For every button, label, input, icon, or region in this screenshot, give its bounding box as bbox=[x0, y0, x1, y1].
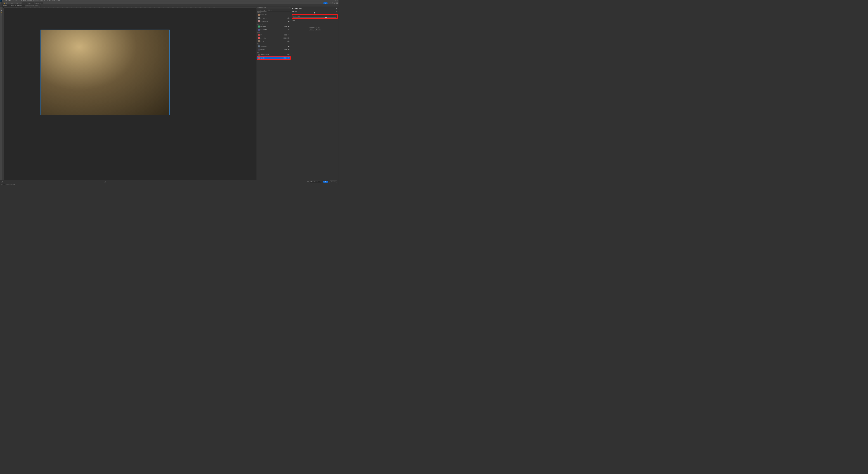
ruler-tick: 200 bbox=[25, 7, 27, 8]
ruler-tick: 250 bbox=[30, 7, 31, 8]
tab-close-icon[interactable]: × bbox=[23, 5, 23, 6]
menu-edit[interactable]: 編集(E) bbox=[8, 0, 11, 1]
slider-thumb[interactable] bbox=[314, 12, 315, 13]
canvas-image bbox=[41, 30, 169, 115]
zoom-field[interactable]: 100% bbox=[22, 2, 27, 4]
cloud-download-icon[interactable] bbox=[288, 46, 289, 47]
window-maximize-icon[interactable]: ▢ bbox=[335, 0, 336, 1]
reset-icon[interactable]: ↩ bbox=[336, 8, 337, 9]
cloud-download-icon[interactable] bbox=[288, 26, 289, 27]
document-tab-2[interactable]: 名称未設定 1 @ 33.3% (RGB/8#)× bbox=[24, 4, 40, 6]
filter-item[interactable]: スーパーズーム bbox=[257, 45, 290, 48]
filter-item[interactable]: 調和ベータ bbox=[257, 33, 290, 36]
filter-item[interactable]: 風景ミキサーベータ bbox=[257, 25, 290, 28]
filter-item[interactable]: 写真を復元ベータ bbox=[257, 57, 290, 59]
workspace-icon[interactable] bbox=[336, 2, 338, 4]
menu-help[interactable]: ヘルプ(H) bbox=[56, 0, 60, 1]
filter-toggle[interactable] bbox=[287, 37, 289, 39]
menu-layer[interactable]: レイヤー(L) bbox=[18, 0, 22, 1]
filter-label: メイクアップを適用 bbox=[260, 21, 288, 22]
options-bar: < ✋ すべてのウィンドウをスクロール 100% 画面サイズ 画面にフィット 共… bbox=[0, 2, 338, 4]
plus-tool-icon[interactable]: ⊕ bbox=[0, 7, 2, 9]
status-chevron-icon[interactable]: › bbox=[16, 183, 16, 184]
filter-item[interactable]: 肌をスムーズに bbox=[257, 13, 290, 16]
status-zoom[interactable]: 100% bbox=[1, 183, 5, 185]
cloud-download-icon[interactable] bbox=[288, 49, 289, 50]
cloud-download-icon[interactable] bbox=[288, 14, 289, 15]
window-close-icon[interactable]: ✕ bbox=[337, 0, 338, 1]
slider-track[interactable] bbox=[292, 13, 337, 13]
tab-close-icon[interactable]: × bbox=[39, 5, 39, 6]
search-icon[interactable] bbox=[332, 2, 333, 4]
hand-tool-icon[interactable]: ✋ bbox=[4, 2, 6, 4]
slider-track[interactable] bbox=[293, 17, 336, 18]
expand-adjustments[interactable]: 調整 bbox=[292, 20, 337, 22]
feedback-yes-button[interactable]: ☺ はい bbox=[309, 29, 314, 31]
filter-thumb-icon bbox=[258, 26, 260, 28]
scroll-all-checkbox[interactable] bbox=[6, 3, 7, 4]
menu-window[interactable]: ウィンドウ(W) bbox=[49, 0, 55, 1]
menu-view[interactable]: 表示(V) bbox=[39, 0, 42, 1]
panel-menu-icon[interactable]: » bbox=[290, 7, 290, 8]
bottom-action-bar: ▣ ◧ 出力 スマートフィルター⌄ OK キャンセル bbox=[0, 180, 338, 183]
menu-plugin[interactable]: プラグイン bbox=[44, 0, 48, 1]
filter-thumb-icon bbox=[258, 29, 260, 31]
filter-toggle[interactable] bbox=[287, 57, 289, 59]
filter-toggle[interactable] bbox=[287, 41, 289, 42]
fit-screen-button[interactable]: 画面サイズ bbox=[28, 2, 34, 4]
filter-item[interactable]: メイクアップを適用 bbox=[257, 20, 290, 23]
ruler-tick: 150 bbox=[21, 7, 22, 8]
document-canvas[interactable] bbox=[40, 30, 169, 115]
cloud-download-icon[interactable] bbox=[288, 34, 289, 35]
filter-item[interactable]: 深度ぼかしベータ bbox=[257, 48, 290, 51]
more-icon[interactable]: ⋯ bbox=[288, 9, 290, 11]
layer-icon[interactable]: ◧ bbox=[104, 181, 106, 183]
window-minimize-icon[interactable]: — bbox=[333, 0, 334, 1]
fit-button[interactable]: 画面にフィット bbox=[35, 2, 43, 4]
zoom-tool-icon[interactable]: 🔍 bbox=[0, 14, 2, 16]
filter-item[interactable]: カラーの適用ベータ bbox=[257, 37, 290, 39]
menu-type[interactable]: 書式(Y) bbox=[23, 0, 26, 1]
filter-item[interactable]: スタイルの適用 bbox=[257, 28, 290, 31]
bell-icon[interactable] bbox=[330, 2, 331, 4]
filter-toggle[interactable] bbox=[287, 54, 289, 55]
filter-item[interactable]: JPEG のノイズを削除 bbox=[257, 53, 290, 56]
tab-waitlist[interactable]: 待機リスト bbox=[267, 9, 273, 11]
filter-item[interactable]: スマートポートレート bbox=[257, 17, 290, 20]
controls-header: 写真を復元 ベータ ↩ bbox=[291, 7, 338, 10]
filter-thumb-icon bbox=[258, 34, 260, 36]
feedback-no-button[interactable]: ☹ いいえ bbox=[315, 29, 321, 31]
filter-label: 写真を復元 bbox=[260, 57, 283, 59]
filter-category-color: カラー bbox=[256, 31, 291, 33]
cancel-button[interactable]: キャンセル bbox=[329, 180, 337, 183]
filter-item[interactable]: カラー化 bbox=[257, 40, 290, 43]
share-button[interactable]: 共有 bbox=[323, 2, 328, 4]
ruler-tick: 650 bbox=[66, 7, 68, 8]
neural-filter-tabs: すべてのフィルター 待機リスト ⋯ bbox=[256, 9, 291, 11]
tab-all-filters[interactable]: すべてのフィルター bbox=[257, 9, 266, 11]
home-back-icon[interactable]: < bbox=[1, 2, 3, 4]
ok-button[interactable]: OK bbox=[323, 181, 328, 183]
filter-thumb-icon bbox=[258, 54, 260, 56]
filter-label: スーパーズーム bbox=[260, 46, 288, 47]
neural-filters-header: ニューラルフィルター » bbox=[256, 7, 291, 9]
document-tab-1[interactable]: 26309439_m.jpg @ 100% (レイヤー 1, RGB/8#) *… bbox=[2, 4, 24, 6]
menu-image[interactable]: イメージ(I) bbox=[12, 0, 17, 1]
ruler-tick: 2050 bbox=[195, 7, 196, 8]
hand-tool-icon[interactable]: ✋ bbox=[0, 12, 2, 14]
preview-toggle-icon[interactable]: ▣ bbox=[1, 181, 3, 183]
slider-thumb[interactable] bbox=[326, 17, 327, 18]
filter-toggle[interactable] bbox=[287, 18, 289, 19]
cloud-download-icon[interactable] bbox=[288, 21, 289, 22]
minus-tool-icon[interactable]: ⊖ bbox=[0, 9, 2, 11]
output-select[interactable]: スマートフィルター⌄ bbox=[309, 181, 322, 183]
canvas-area[interactable]: 0501001502002503003504004505005506006507… bbox=[3, 7, 256, 183]
cloud-download-icon[interactable] bbox=[288, 29, 289, 30]
menu-file[interactable]: ファイル(F) bbox=[2, 0, 7, 1]
ruler-tick: 100 bbox=[16, 7, 17, 8]
slider-block: 写真の強調50 bbox=[292, 11, 337, 13]
cloud-icon[interactable] bbox=[334, 2, 336, 4]
filter-category-portrait: ポートレート bbox=[256, 11, 291, 13]
menu-select[interactable]: 選択範囲(S) bbox=[27, 0, 32, 1]
menu-filter[interactable]: フィルター(T) bbox=[33, 0, 38, 1]
